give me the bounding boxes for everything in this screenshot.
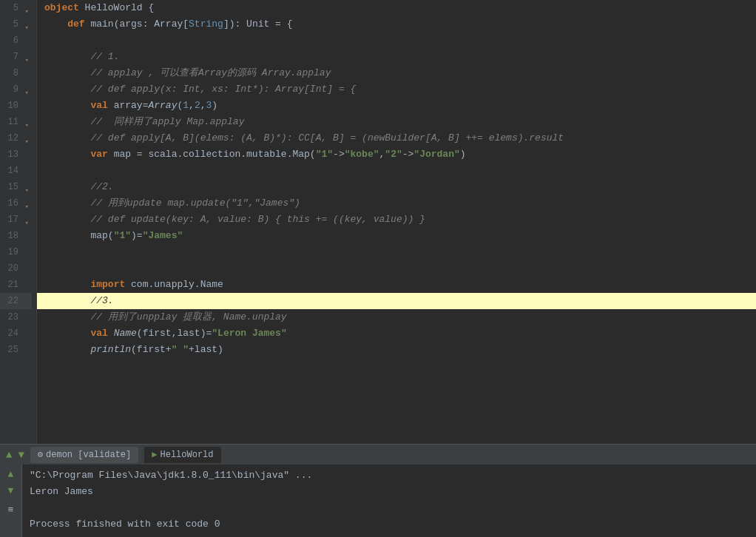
token: Array (148, 98, 177, 114)
token (44, 49, 90, 65)
token (108, 325, 114, 342)
run-tab[interactable]: ▶ HelloWorld (144, 447, 220, 463)
console-wrapper: ▲ ▼ ≡ "C:\Program Files\Java\jdk1.8.0_11… (0, 465, 756, 537)
console-menu-btn[interactable]: ≡ (4, 503, 18, 516)
token: // 1. (90, 49, 119, 65)
token (44, 146, 90, 163)
code-line-1: object HelloWorld { (37, 0, 756, 16)
line-number-20: 23 (0, 309, 32, 325)
fold-arrow-icon (20, 101, 29, 110)
token (44, 65, 90, 81)
line-number-2: 5▾ (0, 16, 32, 33)
line-num-value: 5 (4, 0, 18, 16)
fold-arrow-icon[interactable]: ▾ (20, 215, 29, 224)
line-num-value: 19 (4, 244, 18, 260)
fold-arrow-icon (20, 297, 29, 305)
fold-arrow-icon[interactable]: ▾ (20, 183, 29, 192)
code-area[interactable]: object HelloWorld { def main(args: Array… (37, 0, 756, 444)
line-num-value: 7 (4, 49, 18, 65)
fold-arrow-icon[interactable]: ▾ (20, 53, 29, 61)
line-num-value: 10 (4, 98, 18, 114)
token: val (90, 325, 107, 342)
token (44, 293, 90, 309)
token (44, 130, 90, 146)
token: " " (172, 342, 189, 358)
line-num-value: 18 (4, 228, 18, 244)
fold-arrow-icon[interactable]: ▾ (20, 85, 29, 94)
code-line-10: var map = scala.collection.mutable.Map("… (37, 146, 756, 163)
token (44, 309, 90, 325)
code-line-3 (37, 33, 756, 49)
line-number-1: 5▾ (0, 0, 32, 16)
console-line-4: Process finished with exit code 0 (22, 516, 312, 533)
line-num-value: 22 (4, 293, 18, 309)
console-output: "C:\Program Files\Java\jdk1.8.0_111\bin\… (22, 465, 312, 537)
token: println (90, 342, 131, 358)
code-line-17 (37, 260, 756, 277)
fold-arrow-icon[interactable]: ▾ (20, 118, 29, 126)
line-gutter: 5▾5▾67▾89▾1011▾12▾131415▾16▾17▾181920212… (0, 0, 37, 444)
token: 1 (183, 98, 189, 114)
token: // 同样用了apply Map.applay (90, 114, 244, 130)
console-line-1: "C:\Program Files\Java\jdk1.8.0_111\bin\… (22, 467, 312, 484)
fold-arrow-icon[interactable]: ▾ (20, 4, 29, 13)
token: main(args: Array[ (85, 16, 189, 33)
fold-arrow-icon[interactable]: ▾ (20, 199, 29, 208)
token (44, 81, 90, 98)
token: , (379, 146, 385, 163)
token: var (90, 146, 107, 163)
line-num-value: 15 (4, 179, 18, 195)
line-number-3: 6 (0, 33, 32, 49)
code-line-5: // applay , 可以查看Array的源码 Array.applay (37, 65, 756, 81)
line-number-13: 16▾ (0, 195, 32, 212)
down-arrow-icon[interactable]: ▼ (18, 449, 24, 461)
token: -> (333, 146, 345, 163)
line-number-14: 17▾ (0, 212, 32, 228)
token (44, 195, 90, 212)
line-num-value: 24 (4, 325, 18, 342)
console-up-btn[interactable]: ▲ (4, 467, 18, 481)
token (44, 16, 67, 33)
fold-arrow-icon[interactable]: ▾ (20, 20, 29, 29)
code-line-7: val array=Array(1,2,3) (37, 98, 756, 114)
token: (first+ (131, 342, 172, 358)
fold-arrow-icon (20, 345, 29, 354)
token: ) (212, 98, 217, 114)
console-down-btn[interactable]: ▼ (4, 484, 18, 497)
token: "Jordan" (414, 146, 459, 163)
token: //2. (90, 179, 113, 195)
line-num-value: 6 (4, 33, 18, 49)
token: ( (177, 98, 183, 114)
token: ) (460, 146, 466, 163)
token: // applay , 可以查看Array的源码 Array.applay (90, 65, 331, 81)
token (44, 342, 90, 358)
code-line-19: //3. (37, 293, 756, 309)
tab-label-validate: demon [validate] (46, 450, 131, 460)
token: object (44, 0, 79, 16)
code-line-15: map("1")="James" (37, 228, 756, 244)
line-number-21: 24 (0, 325, 32, 342)
fold-arrow-icon (20, 36, 29, 45)
token: //3. (90, 293, 113, 309)
up-arrow-icon[interactable]: ▲ (6, 449, 12, 461)
bottom-bar: ▲ ▼ ⚙ demon [validate] ▶ HelloWorld (0, 444, 756, 465)
token: 3 (206, 98, 212, 114)
token: -> (402, 146, 414, 163)
token: map( (44, 228, 114, 244)
tab-label-helloworld: HelloWorld (161, 450, 214, 460)
line-num-value: 17 (4, 212, 18, 228)
code-line-18: import com.unapply.Name (37, 277, 756, 293)
line-number-11: 14 (0, 163, 32, 179)
token: // def apply[A, B](elems: (A, B)*): CC[A… (90, 130, 564, 146)
token: String (189, 16, 223, 33)
token (44, 277, 90, 293)
line-number-19: 22 (0, 293, 32, 309)
fold-arrow-icon (20, 166, 29, 175)
token (44, 179, 90, 195)
token: "Leron James" (212, 325, 286, 342)
gear-tab[interactable]: ⚙ demon [validate] (30, 447, 138, 463)
fold-arrow-icon[interactable]: ▾ (20, 134, 29, 143)
line-num-value: 11 (4, 114, 18, 130)
fold-arrow-icon (20, 150, 29, 159)
fold-arrow-icon (20, 280, 29, 289)
